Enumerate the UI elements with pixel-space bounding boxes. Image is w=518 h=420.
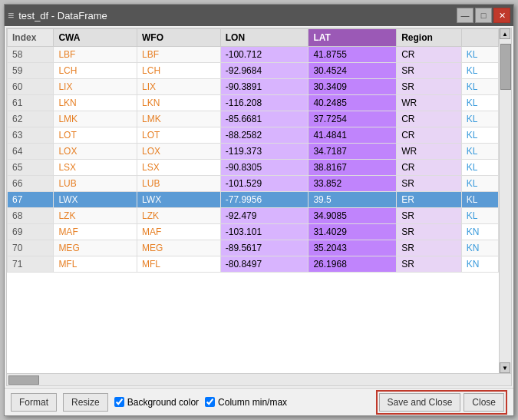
scroll-thumb[interactable] [500,44,511,90]
col-header-index: Index [8,29,54,47]
cell-extra: KL [461,208,498,224]
table-row[interactable]: 63LOTLOT-88.258241.4841CRKL [8,127,499,144]
cell-lat: 39.5 [308,192,397,208]
cell-region: CR [397,160,462,176]
cell-lon: -80.8497 [220,256,308,273]
cell-wfo: LZK [137,208,221,224]
cell-lon: -100.712 [220,47,308,63]
cell-extra: KL [461,127,498,144]
table-row[interactable]: 61LKNLKN-116.20840.2485WRKL [8,95,499,111]
data-table: Index CWA WFO LON LAT Region 58LBFLBF-10… [7,28,499,273]
table-row[interactable]: 60LIXLIX-90.389130.3409SRKL [8,79,499,95]
cell-region: WR [397,95,462,111]
cell-index: 59 [8,63,54,79]
bg-color-checkbox[interactable] [114,397,124,407]
table-row[interactable]: 62LMKLMK-85.668137.7254CRKL [8,111,499,127]
cell-wfo: LSX [137,160,221,176]
cell-region: SR [397,256,462,273]
cell-lon: -89.5617 [220,240,308,256]
horizontal-scrollbar[interactable] [7,373,511,385]
resize-button[interactable]: Resize [63,393,108,412]
cell-extra: KL [461,192,498,208]
cell-wfo: LOT [137,127,221,144]
cell-extra: KL [461,144,498,160]
vertical-scrollbar[interactable]: ▲ ▼ [499,28,511,373]
cell-region: CR [397,111,462,127]
cell-wfo: LWX [137,192,221,208]
cell-extra: KL [461,111,498,127]
cell-lon: -116.208 [220,95,308,111]
cell-lat: 41.8755 [308,47,397,63]
table-row[interactable]: 58LBFLBF-100.71241.8755CRKL [8,47,499,63]
close-button[interactable]: Close [464,393,504,412]
cell-index: 70 [8,240,54,256]
cell-cwa: LWX [54,192,137,208]
bg-color-group: Background color [114,397,199,408]
col-header-lat: LAT [308,29,397,47]
cell-lat: 34.9085 [308,208,397,224]
header-row: Index CWA WFO LON LAT Region [8,29,499,47]
cell-cwa: LZK [54,208,137,224]
cell-wfo: MAF [137,224,221,240]
cell-region: CR [397,47,462,63]
table-row[interactable]: 66LUBLUB-101.52933.852SRKL [8,176,499,192]
cell-index: 71 [8,256,54,273]
cell-extra: KL [461,95,498,111]
cell-region: SR [397,79,462,95]
table-row[interactable]: 59LCHLCH-92.968430.4524SRKL [8,63,499,79]
cell-extra: KL [461,176,498,192]
cell-extra: KN [461,224,498,240]
window-icon: ≡ [8,9,14,21]
cell-lon: -92.9684 [220,63,308,79]
cell-index: 69 [8,224,54,240]
save-close-group: Save and Close Close [376,390,507,415]
col-header-lon: LON [220,29,308,47]
minimize-button[interactable]: — [457,8,473,23]
cell-wfo: LBF [137,47,221,63]
save-close-button[interactable]: Save and Close [379,393,461,412]
cell-region: SR [397,176,462,192]
cell-cwa: MEG [54,240,137,256]
cell-lat: 34.7187 [308,144,397,160]
cell-index: 67 [8,192,54,208]
cell-lat: 33.852 [308,176,397,192]
cell-wfo: MFL [137,256,221,273]
format-button[interactable]: Format [11,393,57,412]
table-row[interactable]: 67LWXLWX-77.995639.5ERKL [8,192,499,208]
scroll-down-button[interactable]: ▼ [500,362,510,373]
cell-cwa: LUB [54,176,137,192]
table-row[interactable]: 64LOXLOX-119.37334.7187WRKL [8,144,499,160]
title-bar: ≡ test_df - DataFrame — □ ✕ [5,5,513,26]
cell-region: WR [397,144,462,160]
cell-lon: -90.8305 [220,160,308,176]
table-row[interactable]: 69MAFMAF-103.10131.4029SRKN [8,224,499,240]
cell-region: SR [397,224,462,240]
cell-region: SR [397,240,462,256]
cell-lat: 30.3409 [308,79,397,95]
maximize-button[interactable]: □ [475,8,492,23]
bg-color-label: Background color [127,397,199,408]
hscroll-thumb[interactable] [8,375,39,385]
cell-lat: 31.4029 [308,224,397,240]
cell-index: 61 [8,95,54,111]
table-row[interactable]: 70MEGMEG-89.561735.2043SRKN [8,240,499,256]
cell-cwa: LOX [54,144,137,160]
table-row[interactable]: 65LSXLSX-90.830538.8167CRKL [8,160,499,176]
table-row[interactable]: 71MFLMFL-80.849726.1968SRKN [8,256,499,273]
cell-wfo: LIX [137,79,221,95]
table-row[interactable]: 68LZKLZK-92.47934.9085SRKL [8,208,499,224]
cell-lon: -92.479 [220,208,308,224]
close-window-button[interactable]: ✕ [493,8,510,23]
cell-index: 62 [8,111,54,127]
cell-lat: 30.4524 [308,63,397,79]
col-minmax-checkbox[interactable] [205,397,215,407]
table-scroll[interactable]: Index CWA WFO LON LAT Region 58LBFLBF-10… [7,28,499,373]
cell-lat: 40.2485 [308,95,397,111]
title-bar-left: ≡ test_df - DataFrame [8,9,107,21]
cell-index: 66 [8,176,54,192]
cell-cwa: LSX [54,160,137,176]
scroll-up-button[interactable]: ▲ [500,28,510,39]
window-title: test_df - DataFrame [18,10,107,21]
cell-cwa: LCH [54,63,137,79]
cell-lon: -88.2582 [220,127,308,144]
